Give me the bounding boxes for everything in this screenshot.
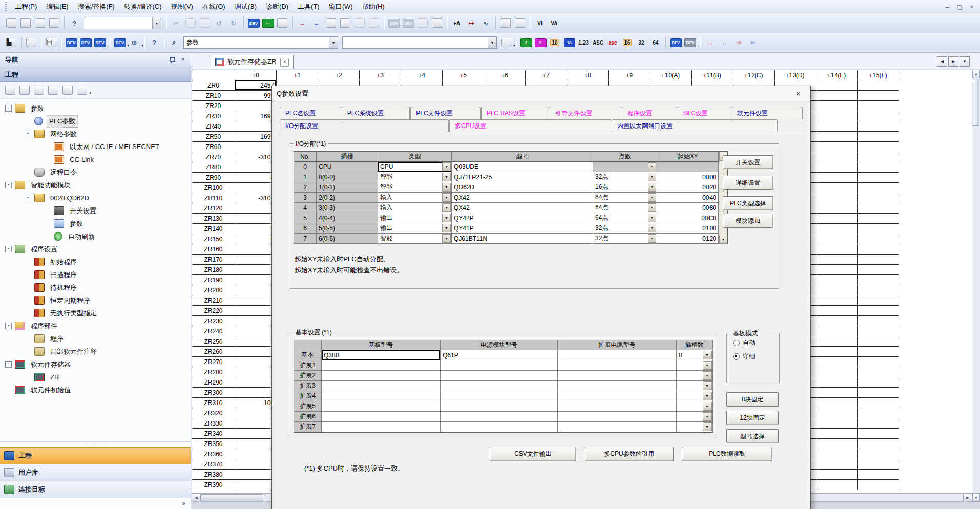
io-type-select[interactable]: 输入▼	[378, 203, 452, 213]
collapse-icon[interactable]: -	[5, 182, 12, 188]
io-side-button-1[interactable]: 详细设置	[723, 176, 773, 190]
tree-item-7[interactable]: -0020:QD62D	[0, 192, 191, 204]
grid-cell[interactable]	[235, 183, 277, 193]
grid-row-header[interactable]: ZR280	[192, 367, 235, 377]
grid-cell[interactable]	[816, 234, 858, 244]
dropdown-arrow-icon[interactable]: ▼	[703, 392, 712, 400]
tree-item-label[interactable]: 软元件存储器	[29, 359, 73, 370]
param-tab-5[interactable]: 程序设置	[622, 107, 677, 119]
grid-cell[interactable]	[858, 101, 899, 111]
grid-cell[interactable]	[858, 111, 899, 121]
io-side-button-3[interactable]: 模块添加	[723, 214, 773, 228]
grid-cell[interactable]	[858, 152, 899, 162]
grid-cell[interactable]	[235, 347, 277, 357]
slots-select[interactable]: ▼	[677, 422, 713, 432]
tree-item-label[interactable]: 恒定周期程序	[48, 295, 92, 306]
grid-column-header[interactable]: +3	[360, 70, 401, 80]
power-model-input[interactable]	[441, 381, 558, 391]
grid-cell[interactable]	[858, 429, 899, 439]
base-model-input[interactable]: Q38B	[322, 350, 441, 360]
tree-item-label[interactable]: 扫描程序	[48, 269, 79, 281]
collapse-icon[interactable]: -	[5, 361, 12, 368]
grid-cell[interactable]	[858, 224, 899, 234]
slots-select[interactable]: 8▼	[677, 350, 713, 360]
menu-item-0[interactable]: 工程(P)	[10, 0, 41, 13]
grid-column-header[interactable]: +14(E)	[816, 70, 858, 80]
param-tab-6[interactable]: SFC设置	[678, 107, 731, 119]
io-type-select[interactable]: 输出▼	[378, 223, 452, 234]
grid-column-header[interactable]: +6	[484, 70, 526, 80]
io-startxy-input[interactable]: 0020	[657, 182, 719, 193]
monitor-window-icon[interactable]	[416, 16, 429, 30]
grid-cell[interactable]	[858, 398, 899, 408]
tree-item-20[interactable]: -软元件存储器	[0, 358, 191, 371]
grid-cell[interactable]	[816, 142, 858, 152]
tree-item-label[interactable]: 参数	[29, 103, 46, 114]
param-tab-2[interactable]: PLC文件设置	[410, 107, 480, 119]
device-register-icon[interactable]: ⊕▼	[128, 36, 141, 49]
io-type-select[interactable]: 智能▼	[378, 182, 452, 193]
menu-item-4[interactable]: 视图(V)	[166, 0, 198, 13]
grid-row-header[interactable]: ZR250	[192, 336, 235, 347]
grid-cell[interactable]: 999	[235, 91, 277, 101]
grid-row-header[interactable]: ZR220	[192, 306, 235, 316]
dropdown-arrow-icon[interactable]: ▼	[442, 193, 451, 202]
grid-cell[interactable]	[858, 234, 899, 244]
grid-cell[interactable]	[858, 347, 899, 357]
grid-cell[interactable]	[816, 285, 858, 295]
tree-item-label[interactable]: ZR	[48, 372, 61, 382]
io-points-select[interactable]: 64点▼	[593, 203, 657, 213]
grid-cell[interactable]	[235, 449, 277, 459]
grid-row-header[interactable]: ZR90	[192, 173, 235, 183]
device-comment-display-icon[interactable]: DEV	[65, 36, 78, 49]
grid-cell[interactable]	[235, 470, 277, 480]
dropdown-arrow-icon[interactable]: ▼	[442, 173, 451, 181]
ascii-lower-format-icon[interactable]: asc	[606, 36, 619, 49]
grid-cell[interactable]	[816, 214, 858, 224]
grid-column-header[interactable]: +15(F)	[858, 70, 899, 80]
dropdown-arrow-icon[interactable]: ▼	[442, 203, 451, 212]
grid-cell[interactable]	[816, 111, 858, 121]
device-statement-icon[interactable]: DEV	[79, 36, 92, 49]
param-tab-3[interactable]: PLC RAS设置	[481, 107, 549, 119]
dropdown-arrow-icon[interactable]: ▼	[513, 44, 516, 47]
tree-item-11[interactable]: -程序设置	[0, 243, 191, 256]
grid-cell[interactable]	[858, 459, 899, 470]
menu-item-1[interactable]: 编辑(E)	[41, 0, 73, 13]
grid-cell[interactable]	[235, 203, 277, 214]
copy-item-icon[interactable]	[18, 83, 31, 97]
grid-cell[interactable]	[858, 480, 899, 490]
grid-cell[interactable]	[235, 121, 277, 132]
binary-format-icon[interactable]: 2	[519, 36, 533, 49]
decimal-format-icon[interactable]: 10	[548, 36, 561, 49]
grid-row-header[interactable]: ZR150	[192, 234, 235, 244]
io-model-input[interactable]: QX42	[452, 193, 593, 203]
verify-with-plc-icon[interactable]	[324, 16, 338, 30]
grid-cell[interactable]: 9	[235, 234, 277, 244]
paste-icon[interactable]	[198, 16, 212, 30]
grid-cell[interactable]	[858, 326, 899, 336]
filter-icon[interactable]: ▼	[75, 83, 89, 97]
dropdown-arrow-icon[interactable]: ▼	[89, 92, 92, 95]
grid-cell[interactable]	[858, 173, 899, 183]
grid-cell[interactable]	[858, 91, 899, 101]
tree-item-label[interactable]: 远程口令	[48, 167, 79, 178]
base-model-input[interactable]	[322, 391, 441, 401]
tree-item-label[interactable]: 软元件初始值	[29, 385, 73, 396]
screen-mode-icon[interactable]	[430, 16, 444, 30]
grid-cell[interactable]: 2457	[235, 80, 277, 91]
collapse-icon[interactable]: -	[25, 195, 31, 201]
tree-item-15[interactable]: 恒定周期程序	[0, 294, 191, 307]
tree-item-label[interactable]: 初始程序	[48, 257, 79, 268]
grid-cell[interactable]	[816, 162, 858, 173]
grid-cell[interactable]	[235, 101, 277, 111]
close-button[interactable]: ×	[966, 2, 978, 12]
dropdown-arrow-icon[interactable]: ▼	[703, 361, 712, 370]
grid-cell[interactable]	[858, 285, 899, 295]
grid-cell[interactable]	[235, 367, 277, 377]
grid-cell[interactable]	[858, 203, 899, 214]
grid-cell[interactable]	[235, 254, 277, 265]
device-address-combo[interactable]: ▼	[342, 36, 497, 49]
grid-cell[interactable]	[816, 173, 858, 183]
grid-cell[interactable]	[816, 398, 858, 408]
